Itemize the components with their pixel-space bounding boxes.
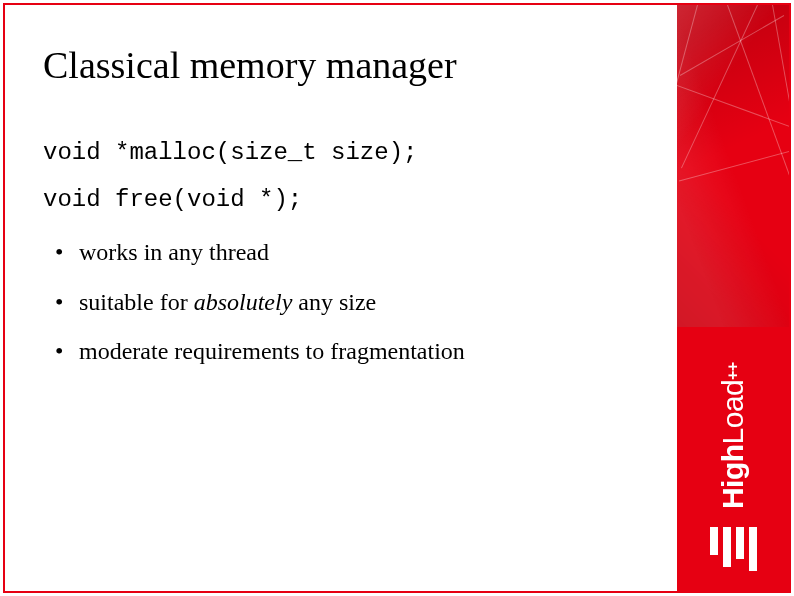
bullet-text: suitable for (79, 289, 194, 315)
brand-sidebar: HighLoad++ (677, 5, 789, 591)
bullet-list: works in any thread suitable for absolut… (43, 237, 647, 367)
slide-title: Classical memory manager (43, 43, 647, 87)
bullet-text-emphasis: absolutely (194, 289, 293, 315)
code-line-malloc: void *malloc(size_t size); (43, 137, 647, 168)
code-line-free: void free(void *); (43, 184, 647, 215)
brand-logo-icon (710, 527, 757, 571)
bullet-item: moderate requirements to fragmentation (55, 336, 647, 367)
slide-content: Classical memory manager void *malloc(si… (13, 13, 669, 583)
brand-block: HighLoad++ (677, 362, 789, 571)
slide-frame: Classical memory manager void *malloc(si… (3, 3, 791, 593)
brand-part-high: High (716, 444, 749, 509)
bullet-item: suitable for absolutely any size (55, 287, 647, 318)
brand-plus: ++ (724, 362, 741, 380)
brand-part-load: Load (716, 380, 749, 445)
decorative-pattern (677, 5, 789, 327)
bullet-text: any size (292, 289, 376, 315)
brand-text: HighLoad++ (716, 362, 750, 509)
bullet-item: works in any thread (55, 237, 647, 268)
